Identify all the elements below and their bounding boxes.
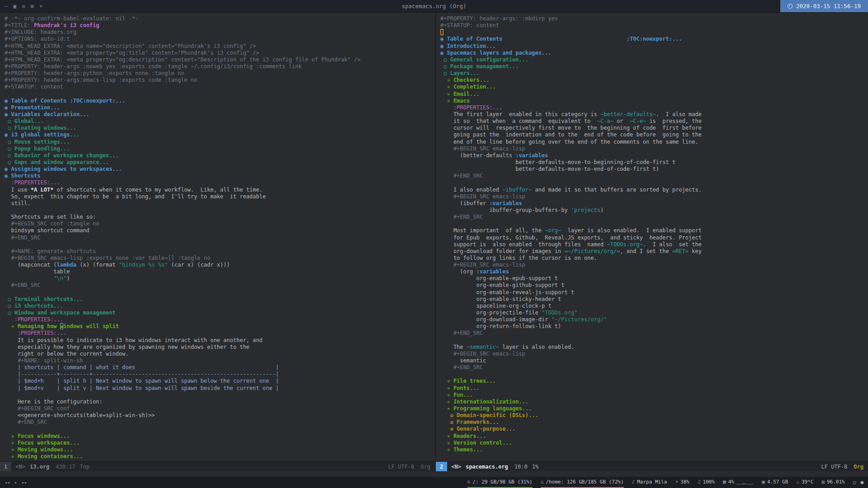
mpd-song-icon: ♪: [632, 479, 635, 485]
buffer-line: I also enabled ~ibuffer~ and made it so …: [440, 187, 868, 193]
tray-circle-icon[interactable]: ○: [853, 479, 856, 485]
buffer-line: ◉ Assigning windows to workspaces...: [5, 166, 435, 173]
modeline-left: 1 <N> i3.org 438:17 Top LF UTF-8 Org: [0, 461, 435, 471]
buffer-line: It is possible to indicate to i3 how win…: [5, 337, 435, 344]
plus-icon[interactable]: +: [39, 3, 42, 9]
buffer-line: #+OPTIONS: auto-id:t: [5, 36, 435, 42]
buffer-line: support is also enabled through files na…: [440, 241, 868, 248]
buffer-line: ✳ Focus windows...: [5, 433, 435, 440]
buffer-text-i3-org[interactable]: # -*- org-confirm-babel-evaluate: nil -*…: [0, 13, 435, 461]
grid-icon[interactable]: ⊞: [31, 3, 34, 9]
buffer-line: ○ Gaps and window appearance...: [5, 159, 435, 166]
buffer-line: ○ Popup handling...: [5, 145, 435, 152]
menu-icon[interactable]: ≡: [22, 3, 25, 9]
buffer-line: ✳ Themes...: [440, 446, 868, 453]
buffer-line: ◉ Presentation...: [5, 104, 435, 111]
previous-button[interactable]: ◂◂: [5, 480, 10, 485]
statusbar-modules: ⊙/: 29 GB/98 GB (31%)⌂/home: 126 GB/185 …: [459, 477, 863, 488]
buffer-name: i3.org: [30, 464, 49, 470]
buffer-line: [5, 241, 435, 248]
buffer-line: (better-defaults :variables: [440, 152, 868, 159]
next-button[interactable]: ▸▸: [22, 480, 27, 485]
buffer-line: :PROPERTIES:...: [5, 179, 435, 186]
buffer-line: ✳ Moving windows...: [5, 446, 435, 453]
buffer-line: I use *A LOT* of shortcuts when it comes…: [5, 187, 435, 193]
buffer-line: org-download folder for images in =~/Pic…: [440, 248, 868, 255]
buffer-line: The first layer enabled in this category…: [440, 111, 868, 118]
buffer-line: ✳ Fonts...: [440, 385, 868, 392]
mpd-song-module: ♪Marpa Mila: [632, 477, 667, 488]
buffer-line: [440, 221, 868, 227]
memory-value: 4.57 GB: [767, 479, 788, 485]
buffer-line: "\n"): [5, 275, 435, 282]
buffer-line: ✿ Frameworks...: [440, 419, 868, 426]
buffer-line: better-defaults-move-to-beginning-of-cod…: [440, 159, 868, 166]
echo-area: [0, 471, 868, 477]
buffer-line: ✳ Managing how windows will split: [5, 323, 435, 330]
buffer-line: So, expect this chapter to be a bit long…: [5, 193, 435, 200]
buffer-line: ✳ Programming languages...: [440, 405, 868, 412]
screen: –▣≡⊞+ spacemacs.org (Org) 2020-03-15 11:…: [0, 0, 868, 488]
buffer-line: #+PROPERTY: header-args:python :exports …: [5, 70, 435, 77]
buffer-line: #+END_SRC: [5, 419, 435, 426]
encoding-indicator: LF UTF-8: [388, 464, 415, 470]
buffer-line: ◉ Variables declaration...: [5, 111, 435, 118]
buffer-line: #+END_SRC: [5, 235, 435, 241]
buffer-line: #+END_SRC: [440, 214, 868, 221]
buffer-line: spaceline-org-clock-p t: [440, 303, 868, 310]
temperature-module: ♨39°C: [796, 477, 813, 488]
buffer-line: #+NAME: split-win-sh: [5, 357, 435, 364]
buffer-line: Here is the configuration:: [5, 399, 435, 405]
buffer-line: | $mod+v | split v | Next window to spaw…: [5, 385, 435, 392]
buffer-name: spacemacs.org: [466, 464, 508, 470]
memory-module: ▣4.57 GB: [762, 477, 788, 488]
buffer-line: ◉ Table of Contents :TOC:noexport:...: [5, 98, 435, 104]
evil-state-indicator: <N>: [451, 464, 461, 470]
fs-home-module: ⌂/home: 126 GB/185 GB (72%): [541, 477, 624, 488]
buffer-line: ○ Floating windows...: [5, 125, 435, 131]
buffer-line: cursor will respectively first move to t…: [440, 125, 868, 131]
buffer-line: ◉ Table of Contents :TOC:noexport:...: [440, 36, 868, 42]
cpu-graph: ▁▁▁▂▁▁▁▁: [736, 480, 754, 484]
buffer-line: ibuffer-group-buffers-by 'projects): [440, 207, 868, 214]
play-button[interactable]: ▸: [14, 480, 17, 485]
media-controls: ◂◂▸▸▸: [5, 477, 27, 488]
buffer-line: [440, 337, 868, 344]
buffer-line: end of the line before going over the en…: [440, 139, 868, 145]
fs-root-module: ⊙/: 29 GB/98 GB (31%): [467, 477, 533, 488]
buffer-line: ○ Terminal shortcuts...: [5, 296, 435, 303]
brightness-icon: ☀: [675, 479, 678, 485]
buffer-line: ✳ Fun...: [440, 392, 868, 399]
minimize-icon[interactable]: –: [5, 3, 8, 9]
temperature-icon: ♨: [796, 479, 799, 485]
buffer-line: org-enable-sticky-header t: [440, 296, 868, 303]
buffer-line: ✳ Readers...: [440, 433, 868, 440]
buffer-line: org-download-image-dir "~/Pictures/org/": [440, 316, 868, 323]
module-group: ⊙/: 29 GB/98 GB (31%)⌂/home: 126 GB/185 …: [459, 477, 845, 488]
buffer-line: #+END_SRC: [440, 173, 868, 179]
fs-root-icon: ⊙: [467, 479, 471, 485]
buffer-line: it so that when a command equivalent to …: [440, 118, 868, 125]
buffer-line: #+PROPERTY: header-args :noweb yes :expo…: [5, 63, 435, 70]
buffer-line: ✳ Moving containers...: [5, 453, 435, 460]
buffer-line: ✳ Version control...: [440, 440, 868, 446]
buffer-line: org-projectile-file "TODOs.org": [440, 310, 868, 316]
buffer-line: #+INCLUDE: headers.org: [5, 29, 435, 36]
buffer-line: [440, 371, 868, 378]
buffer-line: ○ i3 shortcuts...: [5, 303, 435, 310]
buffer-line: #+TITLE: Phundrak's i3 config: [5, 22, 435, 29]
buffer-line: (org :variables: [440, 268, 868, 275]
buffer-line: :PROPERTIES:...: [5, 330, 435, 337]
buffer-line: [5, 91, 435, 98]
temperature-value: 39°C: [802, 479, 814, 485]
buffer-line: org-enable-github-support t: [440, 282, 868, 289]
ram-module: ▥96.01%: [821, 477, 844, 488]
buffer-text-spacemacs-org[interactable]: #+PROPERTY: header-args: :mkdirp yes#+ST…: [436, 13, 868, 461]
buffer-line: ○ Mouse settings...: [5, 139, 435, 145]
brightness-value: 38%: [680, 479, 689, 485]
layout-icon[interactable]: ▣: [13, 3, 16, 9]
buffer-line: going past the indentation and to the en…: [440, 131, 868, 138]
tray-dot-icon[interactable]: ●: [860, 479, 863, 485]
buffer-line: better-defaults-move-to-end-of-code-firs…: [440, 166, 868, 173]
major-mode-indicator: Org: [420, 464, 430, 470]
